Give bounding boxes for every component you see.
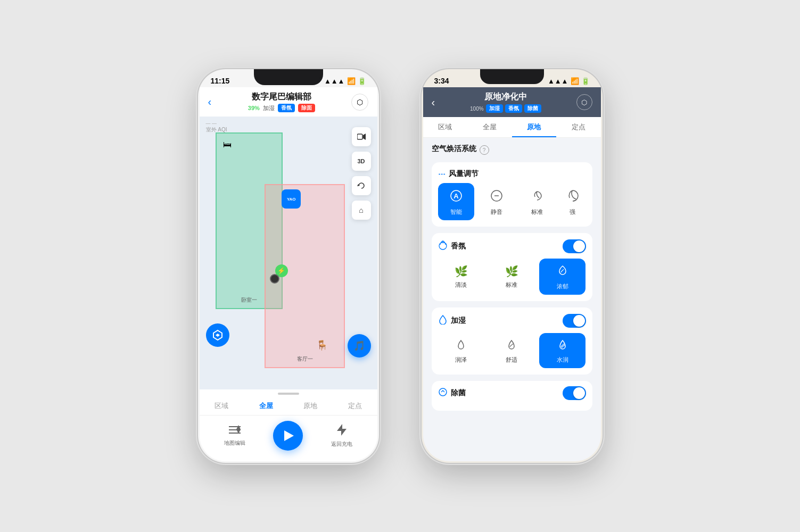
robot-dot — [270, 274, 279, 284]
fan-option-quiet[interactable]: 静音 — [479, 183, 515, 220]
battery-percent-1: 39% — [248, 105, 260, 111]
fan-option-auto[interactable]: A 智能 — [438, 183, 474, 220]
charge-icon — [337, 424, 347, 438]
p2-header: ‹ 原地净化中 100% 加湿 香氛 除菌 ⬡ — [423, 87, 601, 117]
humidify-水润[interactable]: 水润 — [539, 333, 585, 368]
humidify-low-label: 润泽 — [455, 356, 467, 364]
notch-inner-1 — [257, 69, 320, 84]
p2-badge2[interactable]: 香氛 — [505, 104, 522, 113]
humidify-toggle[interactable] — [563, 314, 586, 328]
fragrance-rich-icon — [557, 265, 568, 279]
home-btn[interactable]: ⌂ — [352, 201, 371, 220]
p2-title-area: 原地净化中 100% 加湿 香氛 除菌 — [470, 92, 541, 113]
fragrance-light[interactable]: 🌿 清淡 — [438, 259, 484, 295]
charge-label: 返回充电 — [331, 440, 352, 448]
music-fab[interactable]: 🎵 — [348, 334, 371, 358]
fragrance-badge[interactable]: 香氛 — [278, 104, 295, 112]
fragrance-header: 香氛 — [438, 239, 586, 253]
fan-quiet-icon — [490, 189, 503, 205]
play-icon — [284, 430, 294, 441]
rotate-btn[interactable] — [352, 176, 371, 195]
tab-spot-1[interactable]: 原地 — [288, 399, 333, 413]
map-header: ‹ 数字尾巴编辑部 39% 加湿 香氛 除面 ⬡ — [200, 87, 377, 117]
svg-text:A: A — [453, 192, 459, 200]
bedroom-icon: 🛏 — [223, 140, 232, 149]
svg-marker-1 — [363, 134, 366, 140]
p2-tab-spot[interactable]: 原地 — [512, 117, 557, 137]
deodorize-title: 除菌 — [451, 388, 466, 398]
settings-button-1[interactable]: ⬡ — [351, 94, 368, 111]
robot-device: YAO — [282, 189, 301, 209]
p2-badge3[interactable]: 除菌 — [524, 104, 541, 113]
title-area-1: 数字尾巴编辑部 39% 加湿 香氛 除面 — [248, 92, 315, 112]
wifi-icon-1: 📶 — [347, 77, 356, 85]
humidify-high-label: 水润 — [557, 356, 568, 364]
back-button-1[interactable]: ‹ — [208, 96, 212, 108]
deodorize-header: 除菌 — [438, 386, 586, 400]
notch-2 — [477, 69, 547, 85]
p2-content: 空气焕活系统 ? 𝌀 风量调节 A — [423, 138, 601, 461]
bedroom-label: 卧室一 — [241, 296, 257, 304]
fan-option-standard[interactable]: 标准 — [519, 183, 555, 220]
fan-standard-label: 标准 — [531, 208, 543, 216]
svg-rect-0 — [357, 134, 362, 139]
humidify-舒适[interactable]: 舒适 — [489, 333, 535, 368]
humidify-润泽[interactable]: 润泽 — [438, 333, 484, 368]
map-area: — — 室外 AQI 3D ⌂ 🛏 — [200, 117, 377, 389]
sofa-icon: 🪑 — [316, 339, 328, 351]
notch-1 — [254, 69, 323, 85]
p2-header-row: ‹ 原地净化中 100% 加湿 香氛 除菌 ⬡ — [432, 92, 592, 113]
logo-badge[interactable] — [206, 323, 229, 347]
fan-strong-icon — [566, 189, 579, 205]
time-1: 11:15 — [211, 77, 230, 85]
aqi-label: — — 室外 AQI — [206, 121, 227, 134]
deodorize-toggle[interactable] — [563, 386, 586, 400]
fan-title: 风量调节 — [449, 169, 479, 179]
fragrance-options: 🌿 清淡 🌿 标准 浓郁 — [438, 259, 586, 295]
help-icon[interactable]: ? — [480, 145, 489, 155]
3d-btn[interactable]: 3D — [352, 152, 371, 171]
fan-title-row: 𝌀 风量调节 — [438, 169, 586, 179]
video-btn[interactable] — [352, 127, 371, 146]
living-label: 客厅一 — [297, 355, 313, 363]
p2-tab-fixed[interactable]: 定点 — [556, 117, 601, 137]
phone-1: 11:15 ▲▲▲ 📶 🔋 ‹ 数字尾巴编辑部 39% — [198, 69, 379, 463]
time-2: 3:34 — [434, 77, 449, 85]
svg-marker-7 — [337, 424, 347, 436]
fragrance-toggle[interactable] — [563, 239, 586, 253]
settings-button-2[interactable]: ⬡ — [576, 94, 592, 110]
fragrance-standard[interactable]: 🌿 标准 — [489, 259, 535, 295]
nav-tabs-1: 区域 全屋 原地 定点 — [200, 395, 377, 415]
fragrance-standard-icon: 🌿 — [505, 265, 518, 278]
humidify-low-icon — [456, 339, 466, 353]
tab-fixed-1[interactable]: 定点 — [333, 399, 377, 413]
air-system-title: 空气焕活系统 — [432, 144, 476, 154]
charge-btn[interactable]: 返回充电 — [331, 424, 352, 448]
deodorize-badge[interactable]: 除面 — [298, 104, 315, 112]
deodorize-icon — [438, 387, 448, 399]
back-button-2[interactable]: ‹ — [432, 96, 435, 109]
fan-option-strong[interactable]: 强 — [559, 183, 586, 220]
play-button[interactable] — [273, 421, 303, 451]
signal-icon-1: ▲▲▲ — [324, 77, 345, 85]
fan-auto-label: 智能 — [450, 208, 462, 216]
status-icons-1: ▲▲▲ 📶 🔋 — [324, 77, 366, 85]
map-title: 数字尾巴编辑部 — [248, 92, 315, 103]
p2-tab-zone[interactable]: 区域 — [423, 117, 468, 137]
tab-zone-1[interactable]: 区域 — [200, 399, 244, 413]
tab-whole-1[interactable]: 全屋 — [244, 399, 288, 413]
fragrance-title: 香氛 — [451, 242, 466, 251]
map-edit-icon — [229, 425, 241, 437]
map-edit-btn[interactable]: 地图编辑 — [224, 425, 245, 447]
phones-container: 11:15 ▲▲▲ 📶 🔋 ‹ 数字尾巴编辑部 39% — [198, 69, 603, 463]
humidify-mid-label: 舒适 — [506, 356, 517, 364]
fan-options: A 智能 静音 — [438, 183, 586, 220]
floor-plan: 🛏 卧室一 🪑 客厅一 YAO ⚡ — [216, 132, 345, 368]
fan-section: 𝌀 风量调节 A 智能 — [432, 162, 592, 227]
notch-inner-2 — [480, 69, 544, 84]
fan-icon: 𝌀 — [438, 169, 446, 179]
humidify-mid-icon — [506, 339, 517, 353]
p2-tab-whole[interactable]: 全屋 — [467, 117, 512, 137]
p2-badge1[interactable]: 加湿 — [486, 104, 503, 113]
fragrance-rich[interactable]: 浓郁 — [539, 259, 585, 295]
